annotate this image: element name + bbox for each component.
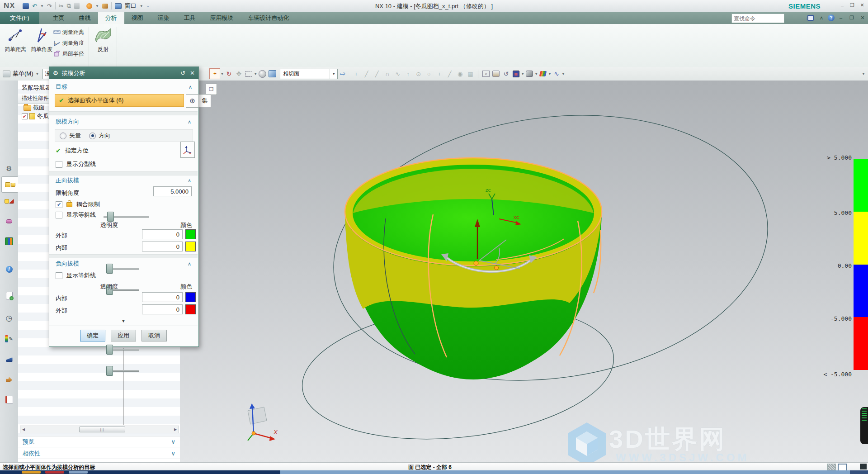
rainbow-caret-icon[interactable]: ▼ bbox=[548, 72, 552, 76]
negative-iso-checkbox-icon[interactable] bbox=[56, 272, 62, 279]
dialog-close-icon[interactable]: ✕ bbox=[190, 70, 195, 76]
selection-set-box[interactable]: 集 bbox=[198, 94, 211, 107]
paste-icon[interactable] bbox=[74, 3, 80, 9]
positive-draft-header[interactable]: 正向拔模 ∧ bbox=[49, 175, 198, 185]
web-page-icon[interactable] bbox=[3, 289, 15, 301]
negative-inner-color-swatch[interactable] bbox=[185, 292, 196, 302]
materials-icon[interactable]: ✎ bbox=[3, 333, 15, 345]
negative-collapse-icon[interactable]: ∧ bbox=[188, 261, 191, 267]
help-icon[interactable]: ? bbox=[828, 14, 835, 21]
radio-direction-icon[interactable] bbox=[89, 133, 96, 139]
switch-window-icon[interactable] bbox=[806, 13, 815, 22]
snap-icon-6[interactable]: ⊙ bbox=[414, 69, 423, 79]
reuse-library-icon[interactable] bbox=[3, 235, 15, 247]
tree-row-section[interactable]: 截面 bbox=[24, 104, 49, 112]
couple-limit-checkbox-icon[interactable]: ✔ bbox=[56, 201, 62, 208]
toolbar-overflow-caret-icon[interactable]: ▼ bbox=[862, 72, 865, 76]
window-icon[interactable] bbox=[115, 3, 122, 9]
scroll-right-icon[interactable]: ▶ bbox=[172, 427, 179, 432]
history-clock-icon[interactable]: ◷ bbox=[3, 312, 15, 324]
redo-icon[interactable]: ↷ bbox=[47, 3, 52, 9]
checked-checkbox-icon[interactable]: ✔ bbox=[22, 113, 28, 119]
snap-point-caret-icon[interactable]: ▼ bbox=[220, 72, 224, 76]
snap-icon-8[interactable]: + bbox=[434, 69, 444, 79]
doc-minimize-button[interactable]: – bbox=[836, 13, 845, 22]
limit-angle-input[interactable]: 5.0000 bbox=[153, 186, 192, 196]
scroll-thumb[interactable]: ||| bbox=[79, 427, 125, 432]
view-restore-button[interactable]: ❐ bbox=[206, 84, 217, 95]
snap-icon-11[interactable]: ▦ bbox=[466, 69, 475, 79]
side-scroll-widget[interactable] bbox=[860, 407, 868, 444]
negative-outer-input[interactable]: 0 bbox=[142, 304, 183, 314]
snapshot-icon[interactable] bbox=[491, 69, 501, 79]
sphere-tool-icon[interactable] bbox=[257, 69, 267, 79]
tab-vehicle-design[interactable]: 车辆设计自动化 bbox=[241, 12, 297, 24]
touch-caret-icon[interactable]: ▼ bbox=[95, 4, 99, 8]
shading-mode-icon[interactable] bbox=[524, 69, 534, 79]
tree-row-part[interactable]: ✔ 冬瓜 bbox=[22, 112, 49, 120]
cancel-button[interactable]: 取消 bbox=[142, 330, 167, 341]
positive-outer-color-swatch[interactable] bbox=[185, 229, 196, 239]
window-caret-icon[interactable]: ▼ bbox=[140, 4, 143, 8]
constraint-navigator-icon[interactable] bbox=[3, 195, 15, 207]
hand-icon[interactable]: ✥ bbox=[234, 69, 244, 79]
snap-icon-0[interactable]: + bbox=[351, 69, 361, 79]
wcs-triad[interactable]: X bbox=[248, 403, 278, 441]
radio-direction[interactable]: 方向 bbox=[89, 132, 110, 140]
curve-analysis-caret-icon[interactable]: ▼ bbox=[561, 72, 565, 76]
refresh-icon[interactable]: ↺ bbox=[501, 69, 511, 79]
rainbow-analysis-icon[interactable] bbox=[538, 69, 548, 79]
apply-button[interactable]: 应用 bbox=[111, 330, 136, 341]
taskbar-app-3[interactable] bbox=[69, 471, 88, 474]
negative-outer-slider[interactable] bbox=[106, 366, 139, 375]
tab-home[interactable]: 主页 bbox=[46, 12, 72, 24]
preview-section-header[interactable]: 预览 ∨ bbox=[18, 436, 180, 447]
positive-iso-checkbox-icon[interactable] bbox=[56, 212, 62, 218]
qat-overflow-icon[interactable]: ⌄ bbox=[146, 4, 150, 8]
snap-icon-3[interactable]: ∩ bbox=[382, 69, 392, 79]
snap-point-icon[interactable]: + bbox=[209, 68, 220, 79]
dependency-section-header[interactable]: 相依性 ∨ bbox=[18, 448, 180, 459]
ok-button[interactable]: 确定 bbox=[80, 330, 105, 341]
doc-restore-button[interactable]: ❐ bbox=[847, 13, 856, 22]
positive-collapse-icon[interactable]: ∧ bbox=[188, 178, 191, 184]
simple-distance-button[interactable]: 简单距离 bbox=[3, 26, 28, 57]
notebook-icon[interactable] bbox=[3, 393, 15, 405]
rotate-point-icon[interactable]: ↻ bbox=[224, 69, 234, 79]
save-icon[interactable] bbox=[23, 3, 29, 9]
snap-icon-2[interactable]: ╱ bbox=[372, 69, 382, 79]
positive-iso-row[interactable]: 显示等斜线 bbox=[56, 211, 96, 219]
os-taskbar[interactable] bbox=[0, 470, 868, 474]
tab-tools[interactable]: 工具 bbox=[177, 12, 203, 24]
touch-mode-icon[interactable] bbox=[86, 3, 92, 9]
tab-analysis[interactable]: 分析 bbox=[98, 12, 124, 24]
snap-icon-9[interactable]: ╱ bbox=[445, 69, 454, 79]
negative-inner-slider-handle[interactable] bbox=[106, 345, 113, 355]
zoom-box-icon[interactable]: ⌕ bbox=[481, 69, 491, 79]
dialog-expander[interactable]: ▼ bbox=[49, 318, 198, 323]
internet-info-icon[interactable]: i bbox=[3, 263, 15, 275]
rect-select-caret-icon[interactable]: ▼ bbox=[254, 72, 257, 76]
dialog-title-bar[interactable]: ⚙ 拔模分析 ↺ ✕ bbox=[49, 67, 198, 79]
copy-icon[interactable]: ⧉ bbox=[67, 2, 71, 9]
close-button[interactable]: ✕ bbox=[857, 1, 867, 9]
tab-render[interactable]: 渲染 bbox=[151, 12, 177, 24]
negative-iso-row[interactable]: 显示等斜线 bbox=[56, 271, 96, 280]
taskbar-app-2[interactable] bbox=[45, 471, 64, 474]
csys-dialog-button[interactable] bbox=[180, 142, 195, 158]
target-selection-row[interactable]: ✔ 选择面或小平面体 (6) bbox=[55, 94, 184, 107]
negative-outer-slider-handle[interactable] bbox=[106, 366, 113, 376]
tab-file[interactable]: 文件(F) bbox=[0, 12, 39, 24]
snap-icon-10[interactable]: ◉ bbox=[455, 69, 465, 79]
snap-icon-7[interactable]: ○ bbox=[424, 69, 434, 79]
grid-caret-icon[interactable]: ▼ bbox=[521, 72, 524, 76]
cut-icon[interactable]: ✂ bbox=[59, 3, 64, 9]
command-search-input[interactable] bbox=[732, 15, 806, 22]
tab-view[interactable]: 视图 bbox=[124, 12, 151, 24]
measure-distance-button[interactable]: 测量距离 bbox=[53, 28, 84, 37]
reflect-button[interactable]: 反射 bbox=[91, 26, 115, 57]
navigator-h-scrollbar[interactable]: ◀ ||| ▶ bbox=[20, 426, 179, 433]
specify-orientation-row[interactable]: ✔ 指定方位 bbox=[56, 147, 89, 155]
grid-display-icon[interactable]: ▦ bbox=[511, 69, 521, 79]
point-dialog-button[interactable]: ⊕ bbox=[186, 94, 199, 108]
